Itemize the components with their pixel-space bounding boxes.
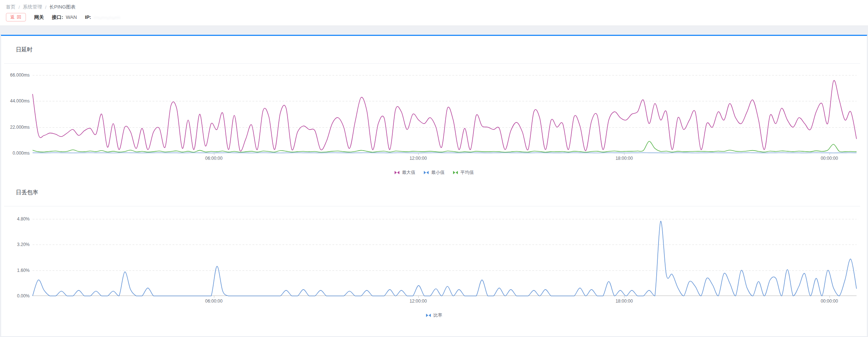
loss-chart-title: 日丢包率 [1,189,867,196]
section-divider [4,206,860,206]
legend-label: 平均值 [460,169,474,176]
y-axis-tick-label: 22.000ms [1,125,30,130]
y-axis-tick-label: 0.00% [1,293,30,299]
latency-x-axis-labels: 06:00:00 12:00:00 18:00:00 00:00:00 [33,153,857,164]
legend-label: 最小值 [431,169,445,176]
x-axis-tick-label: 12:00:00 [409,156,427,161]
latency-legend: 最大值 最小值 平均值 [1,169,867,176]
loss-x-axis-labels: 06:00:00 12:00:00 18:00:00 00:00:00 [33,296,857,307]
y-axis-tick-label: 1.60% [1,268,30,273]
x-axis-tick-label: 06:00:00 [205,299,222,304]
latency-plot-area [33,75,857,153]
back-button[interactable]: 返 回 [6,13,26,21]
section-divider [4,63,860,64]
legend-label: 最大值 [402,169,415,176]
y-axis-tick-label: 44.000ms [1,98,30,104]
ip-value-redacted: ···.···.··.··· [94,14,120,20]
interface-label: 接口: [52,14,63,21]
legend-item-ratio[interactable]: 比率 [426,312,442,319]
x-axis-tick-label: 00:00:00 [821,299,838,304]
breadcrumb-separator: / [19,4,20,10]
legend-label: 比率 [433,312,442,319]
legend-item-max[interactable]: 最大值 [394,169,415,176]
legend-item-avg[interactable]: 平均值 [453,169,474,176]
ping-charts-card: 日延时 66.000ms 44.000ms 22.000ms 0.000ms 0… [1,35,867,337]
loss-plot-area [33,219,857,296]
bowtie-legend-icon [453,171,458,174]
latency-chart-title: 日延时 [1,36,867,53]
y-axis-tick-label: 66.000ms [1,73,30,78]
bowtie-legend-icon [423,171,429,174]
latency-line-chart [33,75,857,153]
interface-value: WAN [66,14,77,20]
x-axis-tick-label: 18:00:00 [616,299,633,304]
x-axis-tick-label: 18:00:00 [616,156,633,161]
breadcrumb-home[interactable]: 首页 [6,4,16,10]
loss-legend: 比率 [1,312,867,319]
y-axis-tick-label: 3.20% [1,242,30,247]
page-header: 首页 / 系统管理 / 长PING图表 返 回 网关 接口: WAN IP: ·… [0,0,868,26]
y-axis-tick-label: 4.80% [1,216,30,222]
breadcrumb-current-ping-chart: 长PING图表 [49,4,76,10]
gateway-label: 网关 [34,14,44,21]
breadcrumb: 首页 / 系统管理 / 长PING图表 [0,0,868,10]
bowtie-legend-icon [426,314,431,317]
breadcrumb-separator: / [45,4,47,10]
x-axis-tick-label: 12:00:00 [409,299,427,304]
loss-line-chart [33,219,857,296]
bowtie-legend-icon [394,171,400,174]
packet-loss-section: 日丢包率 4.80% 3.20% 1.60% 0.00% 06:00:00 12… [1,189,867,319]
ip-label: IP: [85,14,91,20]
toolbar: 返 回 网关 接口: WAN IP: ···.···.··.··· [6,13,868,21]
x-axis-tick-label: 06:00:00 [205,156,222,161]
legend-item-min[interactable]: 最小值 [423,169,445,176]
breadcrumb-system-management[interactable]: 系统管理 [23,4,42,10]
latency-plot-row: 66.000ms 44.000ms 22.000ms 0.000ms [1,75,867,153]
latency-section: 日延时 66.000ms 44.000ms 22.000ms 0.000ms 0… [1,36,867,176]
x-axis-tick-label: 00:00:00 [821,156,838,161]
y-axis-tick-label: 0.000ms [1,151,30,156]
loss-plot-row: 4.80% 3.20% 1.60% 0.00% [1,219,867,296]
